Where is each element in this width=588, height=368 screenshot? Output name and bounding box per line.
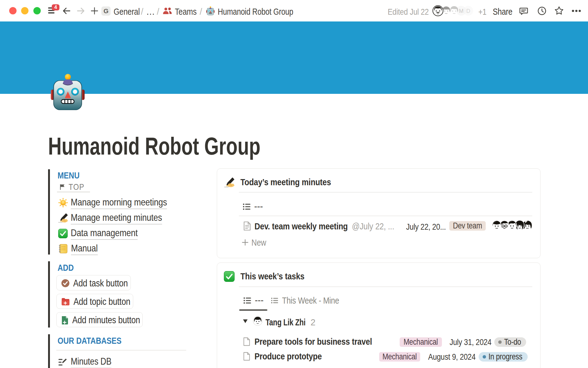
svg-text:D: D xyxy=(466,8,470,14)
svg-text:M: M xyxy=(459,8,464,14)
